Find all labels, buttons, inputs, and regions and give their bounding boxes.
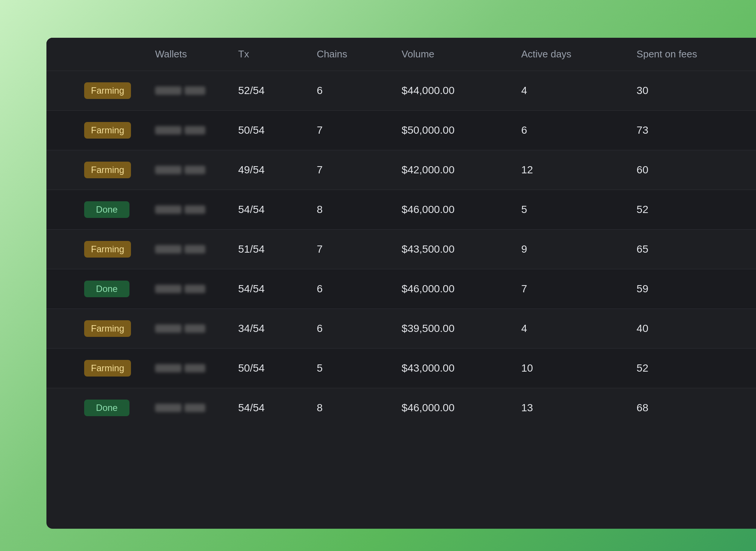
status-cell[interactable]: Farming — [46, 230, 143, 269]
tx-cell: 50/54 — [226, 111, 305, 150]
tx-cell: 34/54 — [226, 309, 305, 349]
tx-cell: 49/54 — [226, 150, 305, 190]
table-row: Farming 51/54 7 $43,500.00 9 65 — [46, 230, 756, 269]
wallet-blur-1 — [155, 126, 182, 134]
status-badge[interactable]: Done — [84, 201, 129, 218]
table-row: Done 54/54 8 $46,000.00 5 52 — [46, 190, 756, 230]
active-days-cell: 12 — [509, 150, 625, 190]
status-badge[interactable]: Done — [84, 281, 129, 297]
status-badge[interactable]: Farming — [84, 241, 131, 258]
table-row: Farming 49/54 7 $42,000.00 12 60 — [46, 150, 756, 190]
wallet-cell — [143, 230, 226, 269]
wallet-blur-2 — [185, 404, 205, 412]
chains-cell: 7 — [305, 230, 390, 269]
wallet-placeholder — [155, 324, 214, 333]
active-days-cell: 9 — [509, 230, 625, 269]
chains-cell: 7 — [305, 150, 390, 190]
wallet-blur-1 — [155, 86, 182, 95]
volume-cell: $42,000.00 — [390, 150, 509, 190]
table-header-row: Wallets Tx Chains Volume Active days Spe… — [46, 38, 756, 71]
table-row: Farming 50/54 5 $43,000.00 10 52 — [46, 349, 756, 388]
wallet-blur-1 — [155, 166, 182, 174]
status-badge[interactable]: Farming — [84, 122, 131, 139]
wallet-blur-1 — [155, 285, 182, 293]
wallet-blur-2 — [185, 166, 205, 174]
volume-cell: $46,000.00 — [390, 269, 509, 309]
wallet-blur-1 — [155, 404, 182, 412]
spent-on-fees-cell: 40 — [625, 309, 756, 349]
col-header-tx: Tx — [226, 38, 305, 71]
table-row: Done 54/54 8 $46,000.00 13 68 — [46, 388, 756, 428]
active-days-cell: 4 — [509, 71, 625, 111]
wallet-cell — [143, 309, 226, 349]
wallet-placeholder — [155, 86, 214, 95]
wallet-placeholder — [155, 245, 214, 253]
spent-on-fees-cell: 60 — [625, 150, 756, 190]
status-cell[interactable]: Done — [46, 388, 143, 428]
status-badge[interactable]: Farming — [84, 360, 131, 377]
wallet-cell — [143, 349, 226, 388]
wallet-cell — [143, 111, 226, 150]
tx-cell: 51/54 — [226, 230, 305, 269]
spent-on-fees-cell: 68 — [625, 388, 756, 428]
spent-on-fees-cell: 65 — [625, 230, 756, 269]
wallet-blur-2 — [185, 205, 205, 214]
status-cell[interactable]: Farming — [46, 150, 143, 190]
status-badge[interactable]: Farming — [84, 82, 131, 99]
wallet-blur-2 — [185, 126, 205, 134]
wallet-blur-2 — [185, 364, 205, 372]
volume-cell: $46,000.00 — [390, 388, 509, 428]
chains-cell: 5 — [305, 349, 390, 388]
col-header-wallets: Wallets — [143, 38, 226, 71]
wallet-blur-2 — [185, 324, 205, 333]
wallet-placeholder — [155, 205, 214, 214]
volume-cell: $50,000.00 — [390, 111, 509, 150]
wallet-placeholder — [155, 404, 214, 412]
wallet-cell — [143, 71, 226, 111]
wallet-placeholder — [155, 126, 214, 134]
col-header-chains: Chains — [305, 38, 390, 71]
wallet-placeholder — [155, 166, 214, 174]
wallet-cell — [143, 388, 226, 428]
table-row: Done 54/54 6 $46,000.00 7 59 — [46, 269, 756, 309]
status-cell[interactable]: Farming — [46, 111, 143, 150]
spent-on-fees-cell: 59 — [625, 269, 756, 309]
spent-on-fees-cell: 52 — [625, 190, 756, 230]
tx-cell: 54/54 — [226, 269, 305, 309]
chains-cell: 8 — [305, 388, 390, 428]
status-cell[interactable]: Farming — [46, 349, 143, 388]
volume-cell: $39,500.00 — [390, 309, 509, 349]
table-row: Farming 34/54 6 $39,500.00 4 40 — [46, 309, 756, 349]
status-cell[interactable]: Farming — [46, 71, 143, 111]
active-days-cell: 6 — [509, 111, 625, 150]
wallet-cell — [143, 190, 226, 230]
tx-cell: 52/54 — [226, 71, 305, 111]
status-badge[interactable]: Farming — [84, 320, 131, 337]
wallet-placeholder — [155, 364, 214, 372]
wallet-blur-2 — [185, 245, 205, 253]
col-header-spent-on-fees: Spent on fees — [625, 38, 756, 71]
wallet-placeholder — [155, 285, 214, 293]
table-row: Farming 52/54 6 $44,000.00 4 30 — [46, 71, 756, 111]
wallet-cell — [143, 150, 226, 190]
chains-cell: 6 — [305, 309, 390, 349]
active-days-cell: 5 — [509, 190, 625, 230]
chains-cell: 8 — [305, 190, 390, 230]
wallet-blur-1 — [155, 245, 182, 253]
table-row: Farming 50/54 7 $50,000.00 6 73 — [46, 111, 756, 150]
wallet-blur-2 — [185, 86, 205, 95]
spent-on-fees-cell: 30 — [625, 71, 756, 111]
main-table-container: Wallets Tx Chains Volume Active days Spe… — [46, 38, 756, 529]
active-days-cell: 13 — [509, 388, 625, 428]
status-cell[interactable]: Farming — [46, 309, 143, 349]
tx-cell: 50/54 — [226, 349, 305, 388]
chains-cell: 6 — [305, 269, 390, 309]
tx-cell: 54/54 — [226, 388, 305, 428]
wallet-cell — [143, 269, 226, 309]
wallet-blur-1 — [155, 324, 182, 333]
status-cell[interactable]: Done — [46, 190, 143, 230]
spent-on-fees-cell: 73 — [625, 111, 756, 150]
status-badge[interactable]: Farming — [84, 162, 131, 178]
status-cell[interactable]: Done — [46, 269, 143, 309]
status-badge[interactable]: Done — [84, 400, 129, 416]
